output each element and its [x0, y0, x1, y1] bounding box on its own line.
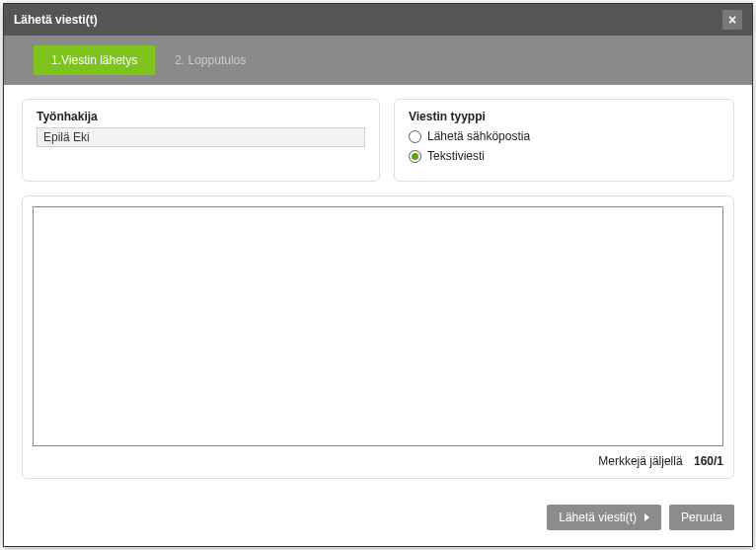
- message-textarea[interactable]: [33, 206, 723, 446]
- radio-icon: [409, 150, 421, 163]
- applicant-panel: Työnhakija Epilä Eki: [22, 99, 380, 182]
- send-button[interactable]: Lähetä viesti(t): [547, 505, 661, 530]
- tab-label: 1.Viestin lähetys: [51, 53, 137, 67]
- char-counter-label: Merkkejä jäljellä: [598, 454, 682, 468]
- char-counter-row: Merkkejä jäljellä 160/1: [33, 446, 723, 468]
- radio-sms[interactable]: Tekstiviesti: [409, 149, 719, 163]
- wizard-steps: 1.Viestin lähetys 2. Lopputulos: [4, 36, 752, 85]
- cancel-button[interactable]: Peruuta: [669, 505, 734, 530]
- radio-icon: [409, 130, 421, 143]
- button-label: Lähetä viesti(t): [559, 511, 637, 524]
- dialog-titlebar: Lähetä viesti(t) ×: [4, 4, 752, 36]
- close-icon: ×: [728, 12, 736, 28]
- top-row: Työnhakija Epilä Eki Viestin tyyppi Lähe…: [22, 99, 734, 182]
- message-type-panel: Viestin tyyppi Lähetä sähköpostia Teksti…: [394, 99, 734, 182]
- radio-email[interactable]: Lähetä sähköpostia: [409, 129, 719, 143]
- close-button[interactable]: ×: [722, 10, 742, 30]
- dialog-content: Työnhakija Epilä Eki Viestin tyyppi Lähe…: [4, 85, 752, 493]
- radio-label: Lähetä sähköpostia: [427, 129, 530, 143]
- arrow-right-icon: [644, 513, 649, 521]
- button-label: Peruuta: [681, 511, 722, 524]
- applicant-name-field: Epilä Eki: [37, 127, 365, 147]
- message-type-label: Viestin tyyppi: [409, 110, 719, 123]
- char-counter-value: 160/1: [694, 454, 723, 468]
- dialog-title: Lähetä viesti(t): [14, 13, 722, 27]
- radio-label: Tekstiviesti: [427, 149, 485, 163]
- send-message-dialog: Lähetä viesti(t) × 1.Viestin lähetys 2. …: [3, 3, 753, 547]
- dialog-footer: Lähetä viesti(t) Peruuta: [4, 493, 752, 546]
- message-panel: Merkkejä jäljellä 160/1: [22, 196, 734, 479]
- applicant-label: Työnhakija: [37, 110, 365, 123]
- tab-send-message[interactable]: 1.Viestin lähetys: [34, 45, 155, 75]
- tab-result[interactable]: 2. Lopputulos: [157, 45, 264, 75]
- tab-label: 2. Lopputulos: [175, 53, 246, 67]
